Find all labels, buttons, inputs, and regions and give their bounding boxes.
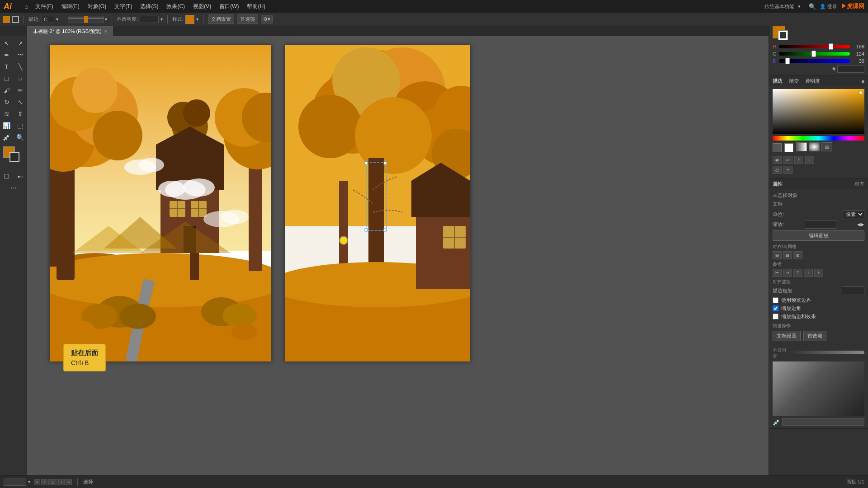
stroke-value[interactable] [42, 16, 54, 23]
gradient-reverse-btn[interactable]: ↩ [783, 156, 793, 164]
nav-step-fwd-btn[interactable]: › [58, 479, 65, 485]
active-tab[interactable]: 未标题-2* @ 100% (RGB/预览) × [27, 26, 113, 36]
hex-input[interactable]: BC7C1E [837, 66, 864, 73]
menu-help[interactable]: 帮助(H) [243, 2, 269, 11]
gradient-add-btn[interactable]: + [783, 166, 793, 174]
ref-right-btn[interactable]: ⊤ [793, 269, 802, 277]
menu-file[interactable]: 文件(F) [32, 2, 57, 11]
more-options-btn[interactable]: ⚙▾ [261, 15, 273, 23]
quick-doc-settings-btn[interactable]: 文档设置 [773, 331, 801, 341]
ref-center-btn[interactable]: ⊣ [783, 269, 792, 277]
snap-grid-btn[interactable]: ⊟ [783, 251, 792, 259]
use-preview-cb[interactable] [773, 297, 778, 303]
stroke-width-input[interactable]: 1 px [842, 286, 864, 295]
color-mode-btn[interactable]: ●○ [14, 171, 27, 182]
style-dropdown-icon[interactable]: ▾ [196, 17, 198, 22]
zoom-dropdown-icon[interactable]: ▾ [28, 479, 30, 484]
g-slider-track[interactable] [779, 52, 850, 56]
none-swatch[interactable]: □ [0, 171, 13, 182]
opacity-value[interactable]: 100% [140, 16, 159, 23]
stroke-dropdown-icon[interactable]: ▾ [56, 17, 58, 22]
search-icon[interactable]: 🔍 [809, 3, 816, 10]
type-tool[interactable]: T [0, 61, 13, 72]
gradient-flip-btn[interactable]: ⇄ [773, 156, 782, 164]
user-icon[interactable]: 👤 登录 [820, 3, 837, 10]
r-slider-track[interactable] [779, 45, 850, 48]
color-picker-gradient[interactable] [773, 89, 864, 134]
menu-object[interactable]: 对象(O) [84, 2, 110, 11]
edit-canvas-btn[interactable]: 编辑画板 [773, 230, 864, 241]
unit-select[interactable]: 像素 [843, 210, 864, 218]
black-swatch[interactable] [773, 143, 782, 152]
scale-arrows[interactable]: ◀▶ [857, 222, 864, 227]
doc-settings-btn[interactable]: 文档设置 [208, 14, 234, 24]
zoom-tool[interactable]: 🔍 [14, 132, 27, 143]
fill-color-swatch[interactable] [3, 16, 10, 23]
ref-top-btn[interactable]: ⊥ [804, 269, 813, 277]
zoom-input[interactable]: 100% [4, 479, 26, 486]
eyedropper-tool[interactable]: 💉 [0, 132, 13, 143]
b-slider-thumb[interactable] [785, 58, 790, 64]
menu-text[interactable]: 文字(T) [111, 2, 136, 11]
gradient-delete-btn[interactable]: ↓ [805, 156, 814, 164]
home-icon[interactable]: ⌂ [24, 3, 28, 10]
linear-gradient-btn[interactable] [796, 142, 807, 151]
tab-close-btn[interactable]: × [104, 29, 107, 34]
menu-select[interactable]: 选择(S) [137, 2, 162, 11]
menu-window[interactable]: 窗口(W) [216, 2, 242, 11]
nav-step-back-btn[interactable]: ‹ [41, 479, 47, 485]
stroke-swatch-panel[interactable] [778, 30, 788, 40]
menu-view[interactable]: 视图(V) [189, 2, 215, 11]
opacity-dropdown-icon[interactable]: ▾ [160, 17, 163, 22]
nav-next-btn[interactable]: ›› [66, 479, 72, 485]
more-tools-btn[interactable]: ⋯ [7, 183, 20, 193]
column-graph-tool[interactable]: 📊 [0, 120, 13, 131]
canvas-area[interactable]: 贴在后面 Ctrl+B [27, 36, 769, 475]
gradient-panel-header[interactable]: 描边 渐变 透明度 ≡ [769, 76, 868, 86]
opacity-slider-track[interactable] [789, 351, 864, 354]
style-swatch[interactable] [185, 15, 194, 24]
b-slider-track[interactable] [779, 59, 850, 63]
warp-tool[interactable]: ≋ [0, 108, 13, 119]
nav-prev-btn[interactable]: ‹‹ [34, 479, 40, 485]
direct-selection-tool[interactable]: ↗ [14, 38, 27, 49]
selection-tool[interactable]: ↖ [0, 38, 13, 49]
gradient-panel-menu-icon[interactable]: ≡ [862, 79, 864, 84]
r-slider-thumb[interactable] [829, 43, 833, 50]
ref-mid-btn[interactable]: ⊦ [814, 269, 823, 277]
menu-edit[interactable]: 编辑(E) [58, 2, 83, 11]
g-slider-thumb[interactable] [811, 51, 816, 57]
curvature-tool[interactable]: 〜 [14, 50, 27, 61]
stroke-swatch[interactable] [12, 16, 19, 23]
freeform-gradient-btn[interactable]: ⊞ [821, 142, 832, 151]
width-tool[interactable]: ⇕ [14, 108, 27, 119]
snap-pixel-btn[interactable]: ⊠ [793, 251, 802, 259]
rectangle-tool[interactable]: □ [0, 73, 13, 84]
preferences-btn[interactable]: 首选项 [237, 14, 258, 24]
properties-header[interactable]: 属性 对齐 [769, 179, 868, 189]
eyedropper-icon[interactable]: 💉 [773, 418, 780, 426]
pen-tool[interactable]: ✒ [0, 50, 13, 61]
paintbrush-tool[interactable]: 🖌 [0, 85, 13, 96]
gradient-edit-icon[interactable]: ◇ [773, 166, 782, 174]
scale-corners-cb[interactable] [773, 305, 778, 311]
hue-slider[interactable] [773, 136, 864, 141]
scale-effects-cb[interactable] [773, 314, 778, 319]
radial-gradient-btn[interactable] [809, 142, 820, 151]
white-swatch[interactable] [784, 143, 793, 152]
ref-left-btn[interactable]: ⊢ [773, 269, 782, 277]
ellipse-tool[interactable]: ○ [14, 73, 27, 84]
snap-point-btn[interactable]: ⊞ [773, 251, 782, 259]
stroke-swatch-tool[interactable] [9, 152, 19, 162]
quick-preferences-btn[interactable]: 首选项 [803, 331, 826, 341]
artboard-tool[interactable]: ⬚ [14, 120, 27, 131]
rotate-tool[interactable]: ↻ [0, 97, 13, 108]
dropdown-icon[interactable]: ▾ [798, 4, 801, 9]
scale-input[interactable]: 1 [805, 220, 836, 229]
stroke-end-icon[interactable]: ▾ [105, 17, 107, 22]
menu-effect[interactable]: 效果(C) [163, 2, 189, 11]
scale-tool[interactable]: ⤡ [14, 97, 27, 108]
line-tool[interactable]: ╲ [14, 61, 27, 72]
pencil-tool[interactable]: ✏ [14, 85, 27, 96]
gradient-options-btn[interactable]: ⇧ [794, 156, 803, 164]
